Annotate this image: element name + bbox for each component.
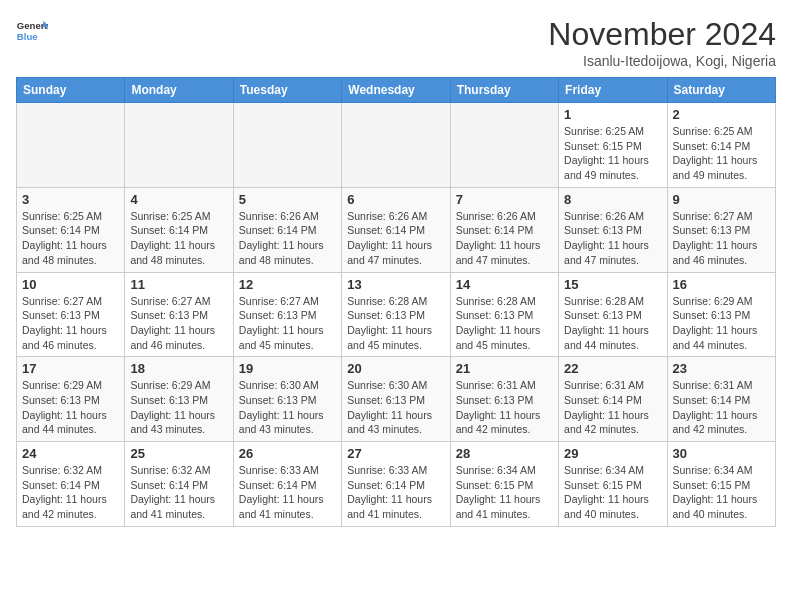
day-number: 27 bbox=[347, 446, 444, 461]
day-info: Sunrise: 6:33 AM Sunset: 6:14 PM Dayligh… bbox=[347, 463, 444, 522]
day-info: Sunrise: 6:28 AM Sunset: 6:13 PM Dayligh… bbox=[347, 294, 444, 353]
day-number: 22 bbox=[564, 361, 661, 376]
day-number: 3 bbox=[22, 192, 119, 207]
day-number: 29 bbox=[564, 446, 661, 461]
day-number: 26 bbox=[239, 446, 336, 461]
day-number: 25 bbox=[130, 446, 227, 461]
week-row-4: 17Sunrise: 6:29 AM Sunset: 6:13 PM Dayli… bbox=[17, 357, 776, 442]
day-info: Sunrise: 6:31 AM Sunset: 6:14 PM Dayligh… bbox=[564, 378, 661, 437]
week-row-2: 3Sunrise: 6:25 AM Sunset: 6:14 PM Daylig… bbox=[17, 187, 776, 272]
weekday-monday: Monday bbox=[125, 78, 233, 103]
day-number: 28 bbox=[456, 446, 553, 461]
day-number: 15 bbox=[564, 277, 661, 292]
calendar-cell bbox=[17, 103, 125, 188]
day-number: 12 bbox=[239, 277, 336, 292]
day-info: Sunrise: 6:26 AM Sunset: 6:14 PM Dayligh… bbox=[347, 209, 444, 268]
day-info: Sunrise: 6:28 AM Sunset: 6:13 PM Dayligh… bbox=[564, 294, 661, 353]
calendar-cell: 29Sunrise: 6:34 AM Sunset: 6:15 PM Dayli… bbox=[559, 442, 667, 527]
week-row-1: 1Sunrise: 6:25 AM Sunset: 6:15 PM Daylig… bbox=[17, 103, 776, 188]
calendar-cell: 19Sunrise: 6:30 AM Sunset: 6:13 PM Dayli… bbox=[233, 357, 341, 442]
weekday-sunday: Sunday bbox=[17, 78, 125, 103]
calendar-cell bbox=[342, 103, 450, 188]
day-number: 16 bbox=[673, 277, 770, 292]
day-info: Sunrise: 6:33 AM Sunset: 6:14 PM Dayligh… bbox=[239, 463, 336, 522]
day-info: Sunrise: 6:34 AM Sunset: 6:15 PM Dayligh… bbox=[456, 463, 553, 522]
day-info: Sunrise: 6:31 AM Sunset: 6:13 PM Dayligh… bbox=[456, 378, 553, 437]
calendar-cell: 11Sunrise: 6:27 AM Sunset: 6:13 PM Dayli… bbox=[125, 272, 233, 357]
day-info: Sunrise: 6:25 AM Sunset: 6:15 PM Dayligh… bbox=[564, 124, 661, 183]
day-number: 13 bbox=[347, 277, 444, 292]
day-number: 23 bbox=[673, 361, 770, 376]
week-row-3: 10Sunrise: 6:27 AM Sunset: 6:13 PM Dayli… bbox=[17, 272, 776, 357]
day-info: Sunrise: 6:29 AM Sunset: 6:13 PM Dayligh… bbox=[673, 294, 770, 353]
day-number: 14 bbox=[456, 277, 553, 292]
calendar-cell bbox=[233, 103, 341, 188]
day-number: 30 bbox=[673, 446, 770, 461]
day-number: 5 bbox=[239, 192, 336, 207]
calendar-cell: 5Sunrise: 6:26 AM Sunset: 6:14 PM Daylig… bbox=[233, 187, 341, 272]
calendar-cell: 9Sunrise: 6:27 AM Sunset: 6:13 PM Daylig… bbox=[667, 187, 775, 272]
logo-icon: General Blue bbox=[16, 16, 48, 48]
week-row-5: 24Sunrise: 6:32 AM Sunset: 6:14 PM Dayli… bbox=[17, 442, 776, 527]
day-info: Sunrise: 6:34 AM Sunset: 6:15 PM Dayligh… bbox=[673, 463, 770, 522]
calendar-cell: 1Sunrise: 6:25 AM Sunset: 6:15 PM Daylig… bbox=[559, 103, 667, 188]
day-number: 11 bbox=[130, 277, 227, 292]
day-info: Sunrise: 6:31 AM Sunset: 6:14 PM Dayligh… bbox=[673, 378, 770, 437]
day-info: Sunrise: 6:30 AM Sunset: 6:13 PM Dayligh… bbox=[239, 378, 336, 437]
day-number: 7 bbox=[456, 192, 553, 207]
calendar-cell: 28Sunrise: 6:34 AM Sunset: 6:15 PM Dayli… bbox=[450, 442, 558, 527]
calendar-cell: 16Sunrise: 6:29 AM Sunset: 6:13 PM Dayli… bbox=[667, 272, 775, 357]
day-number: 21 bbox=[456, 361, 553, 376]
day-number: 6 bbox=[347, 192, 444, 207]
calendar-cell: 12Sunrise: 6:27 AM Sunset: 6:13 PM Dayli… bbox=[233, 272, 341, 357]
calendar-cell: 13Sunrise: 6:28 AM Sunset: 6:13 PM Dayli… bbox=[342, 272, 450, 357]
day-info: Sunrise: 6:26 AM Sunset: 6:14 PM Dayligh… bbox=[456, 209, 553, 268]
day-info: Sunrise: 6:27 AM Sunset: 6:13 PM Dayligh… bbox=[239, 294, 336, 353]
calendar-cell: 4Sunrise: 6:25 AM Sunset: 6:14 PM Daylig… bbox=[125, 187, 233, 272]
calendar-cell: 23Sunrise: 6:31 AM Sunset: 6:14 PM Dayli… bbox=[667, 357, 775, 442]
calendar-cell: 22Sunrise: 6:31 AM Sunset: 6:14 PM Dayli… bbox=[559, 357, 667, 442]
page-header: General Blue November 2024 Isanlu-Itedoi… bbox=[16, 16, 776, 69]
day-number: 10 bbox=[22, 277, 119, 292]
month-title: November 2024 bbox=[548, 16, 776, 53]
calendar-cell: 21Sunrise: 6:31 AM Sunset: 6:13 PM Dayli… bbox=[450, 357, 558, 442]
day-number: 8 bbox=[564, 192, 661, 207]
logo: General Blue bbox=[16, 16, 52, 48]
day-info: Sunrise: 6:27 AM Sunset: 6:13 PM Dayligh… bbox=[22, 294, 119, 353]
calendar-cell: 26Sunrise: 6:33 AM Sunset: 6:14 PM Dayli… bbox=[233, 442, 341, 527]
day-info: Sunrise: 6:34 AM Sunset: 6:15 PM Dayligh… bbox=[564, 463, 661, 522]
weekday-thursday: Thursday bbox=[450, 78, 558, 103]
weekday-friday: Friday bbox=[559, 78, 667, 103]
day-number: 2 bbox=[673, 107, 770, 122]
calendar-cell: 7Sunrise: 6:26 AM Sunset: 6:14 PM Daylig… bbox=[450, 187, 558, 272]
day-info: Sunrise: 6:32 AM Sunset: 6:14 PM Dayligh… bbox=[22, 463, 119, 522]
calendar-cell: 15Sunrise: 6:28 AM Sunset: 6:13 PM Dayli… bbox=[559, 272, 667, 357]
day-number: 20 bbox=[347, 361, 444, 376]
calendar-table: SundayMondayTuesdayWednesdayThursdayFrid… bbox=[16, 77, 776, 527]
calendar-cell: 10Sunrise: 6:27 AM Sunset: 6:13 PM Dayli… bbox=[17, 272, 125, 357]
day-info: Sunrise: 6:27 AM Sunset: 6:13 PM Dayligh… bbox=[673, 209, 770, 268]
weekday-tuesday: Tuesday bbox=[233, 78, 341, 103]
calendar-cell bbox=[450, 103, 558, 188]
weekday-saturday: Saturday bbox=[667, 78, 775, 103]
day-info: Sunrise: 6:25 AM Sunset: 6:14 PM Dayligh… bbox=[673, 124, 770, 183]
day-number: 9 bbox=[673, 192, 770, 207]
calendar-cell: 3Sunrise: 6:25 AM Sunset: 6:14 PM Daylig… bbox=[17, 187, 125, 272]
day-info: Sunrise: 6:29 AM Sunset: 6:13 PM Dayligh… bbox=[22, 378, 119, 437]
calendar-cell: 14Sunrise: 6:28 AM Sunset: 6:13 PM Dayli… bbox=[450, 272, 558, 357]
day-number: 1 bbox=[564, 107, 661, 122]
weekday-header-row: SundayMondayTuesdayWednesdayThursdayFrid… bbox=[17, 78, 776, 103]
calendar-cell: 17Sunrise: 6:29 AM Sunset: 6:13 PM Dayli… bbox=[17, 357, 125, 442]
calendar-cell: 8Sunrise: 6:26 AM Sunset: 6:13 PM Daylig… bbox=[559, 187, 667, 272]
day-info: Sunrise: 6:29 AM Sunset: 6:13 PM Dayligh… bbox=[130, 378, 227, 437]
day-info: Sunrise: 6:26 AM Sunset: 6:14 PM Dayligh… bbox=[239, 209, 336, 268]
calendar-cell: 18Sunrise: 6:29 AM Sunset: 6:13 PM Dayli… bbox=[125, 357, 233, 442]
svg-text:Blue: Blue bbox=[17, 31, 38, 42]
calendar-cell: 25Sunrise: 6:32 AM Sunset: 6:14 PM Dayli… bbox=[125, 442, 233, 527]
day-info: Sunrise: 6:27 AM Sunset: 6:13 PM Dayligh… bbox=[130, 294, 227, 353]
day-number: 19 bbox=[239, 361, 336, 376]
day-number: 24 bbox=[22, 446, 119, 461]
weekday-wednesday: Wednesday bbox=[342, 78, 450, 103]
day-info: Sunrise: 6:25 AM Sunset: 6:14 PM Dayligh… bbox=[130, 209, 227, 268]
calendar-cell: 6Sunrise: 6:26 AM Sunset: 6:14 PM Daylig… bbox=[342, 187, 450, 272]
